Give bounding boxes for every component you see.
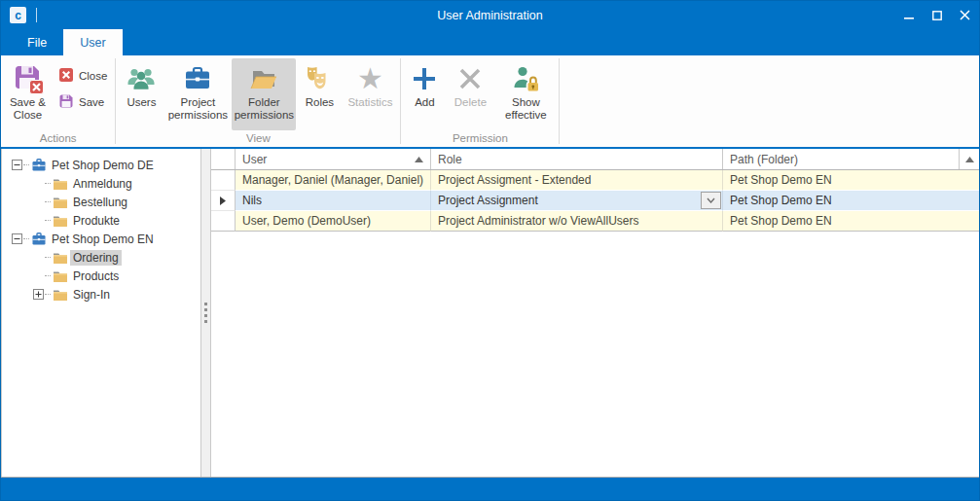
cell-path-folder[interactable]: Pet Shop Demo EN <box>723 191 979 211</box>
column-header-path-folder-[interactable]: Path (Folder) <box>723 149 960 169</box>
button-label: Show effective <box>495 96 556 122</box>
column-header-role[interactable]: Role <box>431 149 723 169</box>
folder-icon <box>52 251 68 265</box>
main-content: Pet Shop Demo DEAnmeldungBestellungProdu… <box>1 149 979 478</box>
tree-node-label[interactable]: Ordering <box>70 250 122 266</box>
grid-row[interactable]: User, Demo (DemoUser)Project Administrat… <box>211 211 979 232</box>
folder-icon <box>52 214 68 228</box>
statistics-button: ★ Statistics <box>343 58 397 130</box>
ribbon-group-actions: Save & Close Close <box>1 55 115 147</box>
maximize-button[interactable] <box>923 1 951 29</box>
row-indicator <box>211 211 236 232</box>
window-title: User Administration <box>1 9 979 22</box>
briefcase-icon <box>182 61 213 96</box>
star-icon: ★ <box>357 61 383 96</box>
tree-connector <box>45 275 51 276</box>
ribbon-group-label-view: View <box>116 130 400 147</box>
column-header-label: Path (Folder) <box>730 153 798 166</box>
users-button[interactable]: Users <box>119 58 163 130</box>
tree-node-label[interactable]: Anmeldung <box>70 176 135 192</box>
masks-icon <box>303 61 336 96</box>
chevron-down-icon <box>707 197 715 203</box>
person-lock-icon <box>510 61 541 96</box>
save-and-close-button[interactable]: Save & Close <box>4 58 52 130</box>
row-indicator <box>211 191 236 211</box>
column-header-user[interactable]: User <box>236 149 431 169</box>
sort-ascending-icon <box>415 157 423 162</box>
tree-node[interactable]: Products <box>2 267 200 285</box>
button-label: Delete <box>454 96 487 109</box>
cell-role[interactable]: Project Assignment <box>431 191 723 211</box>
cell-path-folder[interactable]: Pet Shop Demo EN <box>723 170 979 191</box>
column-header-label: Role <box>438 153 462 166</box>
tree-node-label[interactable]: Pet Shop Demo EN <box>49 232 157 247</box>
grid-row[interactable]: Manager, Daniel (Manager, Daniel)Project… <box>211 170 979 191</box>
project-icon <box>30 232 47 246</box>
cell-role[interactable]: Project Administrator w/o ViewAllUsers <box>431 211 723 232</box>
tree-node[interactable]: Produkte <box>2 211 200 230</box>
tab-user[interactable]: User <box>63 29 122 55</box>
tree-node[interactable]: Sign-In <box>2 285 200 304</box>
tree-connector <box>45 294 51 295</box>
grid-row[interactable]: NilsProject AssignmentPet Shop Demo EN <box>211 191 979 211</box>
ribbon-group-view: Users Project permissions <box>116 55 400 147</box>
cell-user[interactable]: Nils <box>236 191 431 211</box>
tree-node[interactable]: Pet Shop Demo DE <box>2 156 200 174</box>
column-header-label: User <box>242 153 267 166</box>
tree-node[interactable]: Anmeldung <box>2 174 200 193</box>
quick-access-separator <box>36 8 37 22</box>
folder-icon <box>52 288 68 302</box>
scrollbar-up-button[interactable] <box>960 149 979 169</box>
folder-permissions-button[interactable]: Folder permissions <box>232 58 296 130</box>
tree-connector <box>23 238 29 239</box>
roles-button[interactable]: Roles <box>298 58 341 130</box>
tree-node[interactable]: Ordering <box>2 248 200 267</box>
ribbon-group-label-actions: Actions <box>1 130 115 147</box>
expand-toggle-minus-icon[interactable] <box>11 160 23 170</box>
delete-x-icon <box>455 61 485 96</box>
user-administration-window: c User Administration File User <box>0 0 980 501</box>
tree-connector <box>45 220 51 221</box>
minimize-button[interactable] <box>894 1 923 29</box>
cell-role[interactable]: Project Assigment - Extended <box>431 170 723 191</box>
ribbon-group-permission: Add Delete <box>401 55 559 147</box>
expand-toggle-plus-icon[interactable] <box>32 289 45 300</box>
add-button[interactable]: Add <box>404 58 445 130</box>
close-red-icon <box>58 67 74 85</box>
tab-file[interactable]: File <box>11 29 63 55</box>
expand-toggle-minus-icon[interactable] <box>11 233 23 244</box>
tree-node-label[interactable]: Produkte <box>70 213 123 229</box>
show-effective-button[interactable]: Show effective <box>495 58 556 130</box>
save-close-icon <box>13 61 44 96</box>
cell-user[interactable]: Manager, Daniel (Manager, Daniel) <box>236 170 431 191</box>
project-permissions-button[interactable]: Project permissions <box>165 58 230 130</box>
close-window-button[interactable] <box>951 1 979 29</box>
minimize-icon <box>904 11 914 20</box>
button-label: Users <box>127 96 156 109</box>
tree-node[interactable]: Bestellung <box>2 193 200 211</box>
tree-connector <box>45 183 51 184</box>
plus-icon <box>410 61 439 96</box>
save-icon <box>58 93 74 111</box>
window-controls <box>894 1 979 29</box>
folder-icon <box>52 196 68 209</box>
tree-node-label[interactable]: Sign-In <box>70 287 113 303</box>
status-bar <box>1 478 979 500</box>
save-button[interactable]: Save <box>54 91 112 113</box>
splitter-handle[interactable] <box>201 149 211 477</box>
cell-path-folder[interactable]: Pet Shop Demo EN <box>723 211 979 232</box>
tree-connector <box>45 257 51 258</box>
role-dropdown-button[interactable] <box>701 192 721 209</box>
button-label: Add <box>415 96 434 109</box>
users-icon <box>125 61 158 96</box>
button-label: Save & Close <box>4 96 52 122</box>
folder-icon <box>52 269 68 283</box>
grid-indicator-header <box>211 149 236 169</box>
close-button[interactable]: Close <box>54 65 112 87</box>
cell-user[interactable]: User, Demo (DemoUser) <box>236 211 431 232</box>
button-label: Close <box>79 70 107 82</box>
tree-node-label[interactable]: Pet Shop Demo DE <box>49 158 157 173</box>
tree-node-label[interactable]: Bestellung <box>70 195 130 210</box>
tree-node-label[interactable]: Products <box>70 268 122 284</box>
tree-node[interactable]: Pet Shop Demo EN <box>2 230 200 248</box>
